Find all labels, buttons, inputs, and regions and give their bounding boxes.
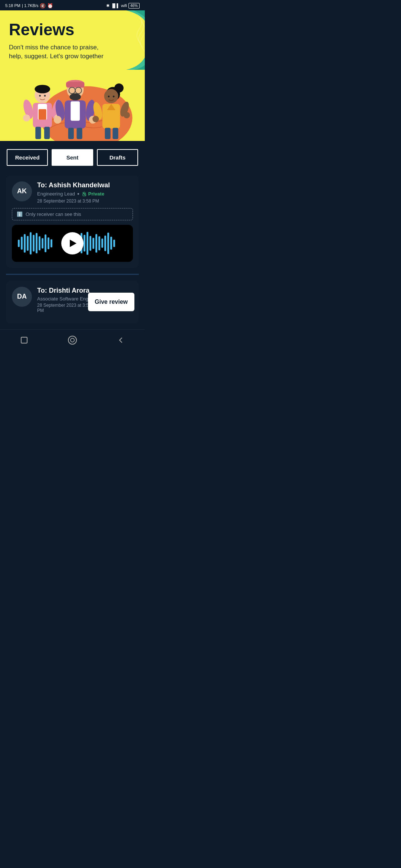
bottom-nav <box>0 329 145 352</box>
svg-point-2 <box>35 85 50 93</box>
svg-point-18 <box>69 93 81 100</box>
wave-bar <box>92 238 94 249</box>
give-review-button[interactable]: Give review <box>88 293 134 311</box>
wave-bar <box>45 234 46 252</box>
wave-bar <box>89 236 91 251</box>
wave-bar <box>33 235 35 251</box>
alarm-icon: ⏰ <box>47 3 53 9</box>
card-role-row-ak: Engineering Lead • Private <box>37 191 133 197</box>
card-date-ak: 28 September 2023 at 3:58 PM <box>37 198 133 204</box>
svg-rect-14 <box>66 82 84 88</box>
svg-point-32 <box>92 116 99 122</box>
wave-bar <box>113 240 115 247</box>
play-button[interactable] <box>61 232 84 254</box>
wave-bar <box>98 236 100 250</box>
private-icon-ak <box>82 191 87 197</box>
wave-bar <box>21 237 23 250</box>
audio-player-ak[interactable] <box>12 225 133 262</box>
wave-bar <box>110 237 112 250</box>
svg-point-34 <box>108 96 110 98</box>
wave-bar <box>42 238 43 249</box>
mute-icon: 🔇 <box>40 3 46 9</box>
tab-sent[interactable]: Sent <box>52 149 93 166</box>
back-arrow-icon <box>116 336 125 345</box>
card-info-ak: To: Ashish Khandelwal Engineering Lead •… <box>37 181 133 204</box>
avatar-ak: AK <box>12 181 32 201</box>
wave-bar <box>104 236 106 251</box>
private-notice-ak: ℹ️ Only receiver can see this <box>12 208 133 220</box>
dot-separator-ak: • <box>77 191 79 197</box>
square-icon <box>20 336 29 345</box>
wave-bar <box>39 236 40 250</box>
signal-icon: ▐▌▌ <box>111 3 120 8</box>
wave-bar <box>101 239 103 248</box>
cards-section: AK To: Ashish Khandelwal Engineering Lea… <box>0 170 145 323</box>
svg-rect-5 <box>39 109 46 120</box>
wave-bar <box>107 233 109 254</box>
svg-point-10 <box>39 95 41 97</box>
time: 5:18 PM <box>5 3 20 8</box>
privacy-badge-ak: Private <box>82 191 104 197</box>
svg-rect-20 <box>71 101 80 121</box>
hero-illustration <box>9 67 136 141</box>
teal-decorative-shape <box>104 10 145 70</box>
svg-point-35 <box>113 96 115 98</box>
status-left: 5:18 PM | 1.7KB/s 🔇 ⏰ <box>5 3 53 9</box>
review-card-ak: AK To: Ashish Khandelwal Engineering Lea… <box>6 175 139 268</box>
svg-point-23 <box>54 116 62 124</box>
card-info-da: To: Drishti Arora Associate Software Eng… <box>37 287 97 313</box>
card-date-da: 28 September 2023 at 3:58 PM <box>37 303 97 313</box>
card-role-da: Associate Software Engine... <box>37 296 97 302</box>
wave-bar <box>50 239 52 247</box>
wifi-icon: wifi <box>121 3 127 8</box>
svg-rect-37 <box>44 127 50 139</box>
svg-point-8 <box>23 114 30 121</box>
wave-bar <box>48 237 49 249</box>
nav-home-button[interactable] <box>67 335 78 345</box>
status-right: ✱ ▐▌▌ wifi 46% <box>106 3 140 9</box>
section-separator <box>6 274 139 275</box>
circle-icon <box>67 335 78 345</box>
tab-received[interactable]: Received <box>7 149 48 166</box>
svg-rect-38 <box>68 128 74 139</box>
wave-bar <box>36 233 38 253</box>
nav-back-button[interactable] <box>115 335 126 345</box>
avatar-da: DA <box>12 287 32 307</box>
bluetooth-icon: ✱ <box>106 3 110 8</box>
card-to-da: To: Drishti Arora <box>37 287 97 295</box>
wave-bar <box>27 236 29 251</box>
svg-rect-40 <box>105 128 110 139</box>
svg-point-33 <box>124 112 130 118</box>
card-header-ak: AK To: Ashish Khandelwal Engineering Lea… <box>12 181 133 204</box>
hero-section: Reviews Don't miss the chance to praise,… <box>0 10 145 141</box>
svg-point-44 <box>68 336 76 344</box>
tab-drafts[interactable]: Drafts <box>97 149 138 166</box>
card-role-ak: Engineering Lead <box>37 191 75 197</box>
svg-rect-39 <box>76 128 82 139</box>
wave-bar <box>24 234 26 253</box>
status-bar: 5:18 PM | 1.7KB/s 🔇 ⏰ ✱ ▐▌▌ wifi 46% <box>0 0 145 10</box>
svg-point-11 <box>44 95 46 97</box>
wave-bar <box>30 232 32 254</box>
network-speed: | 1.7KB/s <box>22 3 38 8</box>
info-icon-ak: ℹ️ <box>17 211 23 217</box>
wave-bar <box>84 235 85 251</box>
hero-subtitle: Don't miss the chance to praise, help, s… <box>9 43 105 61</box>
wave-bar <box>87 232 88 255</box>
battery: 46% <box>128 3 140 9</box>
card-to-ak: To: Ashish Khandelwal <box>37 181 133 189</box>
wave-bar <box>18 240 20 247</box>
review-card-da: DA To: Drishti Arora Associate Software … <box>6 281 139 323</box>
svg-rect-36 <box>35 127 41 139</box>
tabs-section: Received Sent Drafts <box>0 141 145 170</box>
svg-rect-41 <box>113 128 118 139</box>
svg-point-45 <box>71 338 74 342</box>
svg-point-27 <box>104 89 118 103</box>
wave-bar <box>95 234 97 253</box>
svg-rect-43 <box>21 337 27 343</box>
nav-square-button[interactable] <box>19 335 29 345</box>
